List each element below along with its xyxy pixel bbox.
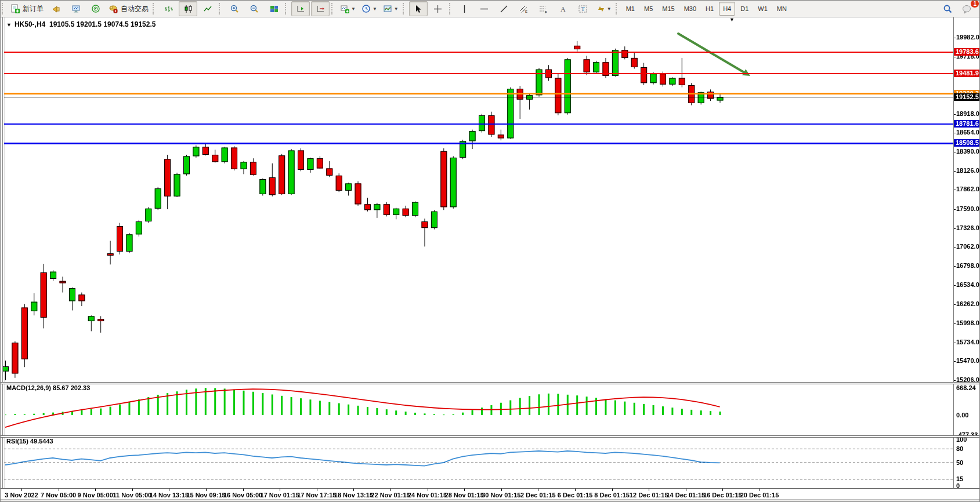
time-label: 12 Dec 01:15: [630, 492, 668, 499]
arrows-icon: [596, 4, 606, 14]
zoom-in-button[interactable]: [225, 1, 244, 16]
fibonacci-tool-button[interactable]: F: [534, 1, 553, 16]
price-badge-18508.5: 18508.5: [954, 139, 980, 147]
text-icon: A: [558, 4, 568, 14]
trading-app-window: ▼HK50-,H4 19105.5 19201.5 19074.5 19152.…: [0, 0, 980, 502]
rsi-pane-splitter[interactable]: [1, 435, 980, 438]
toolbar-drag-handle[interactable]: [285, 3, 290, 14]
time-tick-mark: [538, 489, 538, 491]
timeframe-h4-button[interactable]: H4: [719, 2, 735, 16]
time-label: 30 Nov 01:15: [482, 492, 520, 499]
line-chart-mode-button[interactable]: [198, 1, 217, 16]
dropdown-caret-icon: ▼: [394, 6, 399, 12]
timeframe-m1-button[interactable]: M1: [622, 2, 639, 16]
level-line-19783.6[interactable]: [4, 52, 953, 53]
candlestick-icon: [183, 4, 193, 14]
search-button[interactable]: [938, 1, 957, 16]
macd-pane-splitter[interactable]: [1, 382, 980, 384]
toolbar-drag-handle[interactable]: [219, 3, 223, 14]
cursor-tool-button[interactable]: [409, 1, 428, 16]
time-tick-mark: [353, 489, 354, 491]
trendline-tool-button[interactable]: [495, 1, 513, 16]
time-tick-mark: [649, 489, 649, 491]
price-badge-19783.6: 19783.6: [954, 48, 980, 56]
time-label: 11 Nov 05:00: [113, 492, 151, 499]
crosshair-tool-button[interactable]: [429, 1, 447, 16]
time-label: 8 Dec 01:15: [594, 492, 630, 499]
toolbar-drag-handle[interactable]: [331, 3, 336, 14]
time-label: 17 Nov 17:15: [297, 492, 336, 499]
time-tick-mark: [612, 489, 613, 491]
timeframe-m30-button[interactable]: M30: [680, 2, 700, 16]
template-icon: [383, 4, 393, 14]
tile-windows-button[interactable]: [265, 1, 283, 16]
rsi-indicator-label: RSI(15) 49.5443: [6, 438, 53, 445]
channel-icon: E: [519, 4, 529, 14]
time-tick-mark: [95, 489, 96, 491]
auto-scroll-button[interactable]: [291, 1, 310, 16]
vertical-line-tool-button[interactable]: [455, 1, 474, 16]
time-tick-mark: [760, 489, 760, 491]
toolbar-drag-handle[interactable]: [2, 3, 6, 14]
time-tick-mark: [59, 489, 59, 491]
toolbar-drag-handle[interactable]: [153, 3, 157, 14]
price-tick-label: 18918.0: [956, 110, 979, 117]
horizontal-line-tool-button[interactable]: [475, 1, 494, 16]
level-line-19481.9[interactable]: [4, 73, 953, 74]
chart-end-marker-icon[interactable]: ▼: [729, 17, 735, 23]
signals-button[interactable]: [86, 1, 105, 16]
level-line-19200.3[interactable]: [4, 93, 953, 94]
price-badge-19481.9: 19481.9: [954, 70, 980, 77]
rsi-axis-label: 50: [956, 459, 963, 466]
svg-text:A: A: [560, 5, 566, 13]
time-label: 18 Nov 13:15: [334, 492, 373, 499]
dropdown-caret-icon: ▼: [607, 6, 612, 12]
time-tick-mark: [21, 489, 22, 491]
templates-button[interactable]: ▼: [381, 1, 401, 16]
toolbar-drag-handle[interactable]: [449, 3, 454, 14]
chart-shift-button[interactable]: [311, 1, 330, 16]
equidistant-channel-tool-button[interactable]: E: [515, 1, 533, 16]
time-label: 24 Nov 01:15: [408, 492, 447, 499]
time-label: 22 Nov 01:15: [371, 492, 410, 499]
timeframe-m5-button[interactable]: M5: [640, 2, 657, 16]
autotrading-label: 自动交易: [121, 4, 149, 14]
line-chart-icon: [203, 4, 213, 14]
time-tick-mark: [243, 489, 244, 491]
new-chart-icon: [340, 4, 350, 14]
toolbar-drag-handle[interactable]: [616, 3, 620, 14]
timeframe-d1-button[interactable]: D1: [736, 2, 753, 16]
chart-symbol-period: HK50-,H4: [15, 20, 45, 28]
timeframe-h1-button[interactable]: H1: [701, 2, 718, 16]
terminal-window-button[interactable]: [67, 1, 85, 16]
time-label: 6 Dec 01:15: [558, 492, 593, 499]
autotrading-icon: [109, 4, 118, 14]
level-line-18508.5[interactable]: [4, 143, 953, 144]
svg-text:T: T: [581, 6, 585, 12]
chart-canvas[interactable]: [1, 1, 980, 502]
autotrading-button[interactable]: 自动交易: [106, 1, 151, 16]
time-label: 3 Nov 2022: [5, 492, 38, 499]
dropdown-caret-icon: ▼: [351, 6, 356, 12]
new-chart-button[interactable]: ▼: [338, 1, 358, 16]
price-badge-19152.5: 19152.5: [954, 93, 980, 101]
price-tick-label: 15998.0: [956, 319, 979, 326]
level-line-18781.6[interactable]: [4, 123, 953, 125]
text-label-tool-button[interactable]: T: [574, 1, 592, 16]
bar-chart-mode-button[interactable]: [159, 1, 178, 16]
new-order-button[interactable]: 新订单: [8, 1, 46, 16]
timeframe-mn-button[interactable]: MN: [773, 2, 791, 16]
zoom-out-button[interactable]: [245, 1, 263, 16]
toolbar-drag-handle[interactable]: [403, 3, 407, 14]
text-tool-button[interactable]: A: [554, 1, 573, 16]
timeframe-m15-button[interactable]: M15: [658, 2, 678, 16]
rsi-axis-label: 15: [956, 475, 963, 482]
timeframe-w1-button[interactable]: W1: [754, 2, 772, 16]
chart-expand-icon[interactable]: ▼: [6, 22, 12, 28]
arrows-tool-button[interactable]: ▼: [594, 1, 614, 16]
level-line-19152.5[interactable]: [4, 97, 953, 97]
candlestick-mode-button[interactable]: [179, 1, 197, 16]
periods-button[interactable]: ▼: [359, 1, 379, 16]
market-watch-horn-button[interactable]: [47, 1, 66, 16]
notifications-button[interactable]: 1: [958, 1, 977, 16]
